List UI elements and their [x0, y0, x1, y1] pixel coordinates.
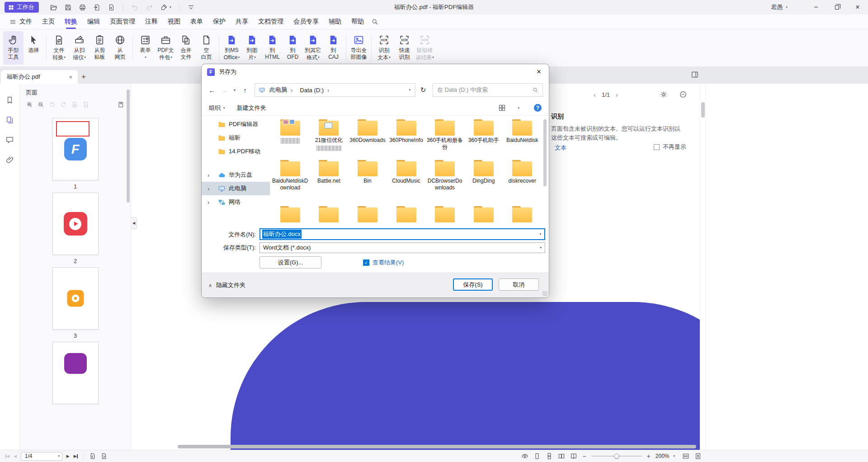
open-file-button[interactable]: [50, 4, 57, 11]
notification-next-icon[interactable]: ›: [616, 91, 618, 99]
file-item[interactable]: 360PhoneInfo: [387, 119, 425, 151]
chevron-right-icon[interactable]: ›: [208, 185, 209, 192]
first-page-button[interactable]: ◀: [5, 454, 9, 458]
ribbon-button-blank-page[interactable]: 空白页: [196, 31, 217, 65]
hide-folders-button[interactable]: ∧ 隐藏文件夹: [208, 281, 245, 289]
gear-icon[interactable]: [660, 90, 668, 99]
undo-button[interactable]: [131, 4, 139, 11]
zoom-out-icon[interactable]: [38, 101, 44, 108]
tree-item-foxit[interactable]: 福昕: [202, 131, 270, 145]
vertical-scrollbar[interactable]: [700, 84, 705, 450]
back-button[interactable]: ←: [208, 85, 217, 95]
file-item[interactable]: [426, 206, 464, 222]
file-item[interactable]: [310, 206, 348, 222]
menu-item-edit[interactable]: 编辑: [82, 14, 105, 29]
export-doc-button[interactable]: [93, 4, 101, 11]
last-page-button[interactable]: ▶: [74, 454, 78, 458]
menu-item-home[interactable]: 主页: [37, 14, 60, 29]
ribbon-button-from-scanner[interactable]: 从扫描仪▾: [69, 31, 90, 65]
save-button[interactable]: [64, 4, 72, 11]
checkbox-checked-icon[interactable]: ✓: [363, 259, 369, 266]
ribbon-button-ocr-suspects[interactable]: OCR疑似错误结果▾: [415, 31, 435, 65]
view-mode-icon[interactable]: [498, 104, 506, 112]
zoom-slider[interactable]: [591, 456, 642, 457]
resize-grip[interactable]: [542, 291, 547, 296]
ribbon-button-to-ms-office[interactable]: 到MSOffice▾: [222, 31, 242, 65]
tree-item-pdf-mobile[interactable]: 14.PDF移动: [202, 145, 270, 158]
ribbon-button-pdf-portfolio[interactable]: PDF文件包▾: [156, 31, 176, 65]
ribbon-button-to-other-format[interactable]: 到其它格式▾: [303, 31, 323, 65]
view-mode-caret-icon[interactable]: ▾: [518, 106, 519, 110]
zoom-level-combo[interactable]: 200% ▾: [656, 453, 677, 459]
menu-item-page-organize[interactable]: 页面管理: [105, 14, 140, 29]
filetype-combo[interactable]: Word文档 (*.docx) ▾: [259, 242, 545, 253]
search-box[interactable]: 在 Data (D:) 中搜索: [433, 83, 543, 97]
breadcrumb-data-drive[interactable]: Data (D:)›: [297, 84, 332, 96]
file-item[interactable]: [271, 206, 309, 222]
menu-item-form[interactable]: 表单: [185, 14, 208, 29]
menu-item-convert[interactable]: 转换: [60, 14, 82, 29]
menu-item-doc-manage[interactable]: 文档管理: [253, 14, 288, 29]
horizontal-scrollbar[interactable]: [178, 445, 696, 448]
file-item[interactable]: 360手机相册备份: [426, 119, 464, 151]
bookmarks-panel-button[interactable]: [5, 96, 14, 104]
menu-item-share[interactable]: 共享: [231, 14, 253, 29]
prev-page-button[interactable]: ◀: [14, 454, 17, 458]
comments-panel-button[interactable]: [5, 136, 14, 144]
previous-view-icon[interactable]: [89, 453, 96, 460]
ribbon-button-combine-files[interactable]: 合并文件: [176, 31, 196, 65]
file-item[interactable]: diskrecover: [503, 160, 541, 191]
view-result-checkbox[interactable]: ✓ 查看结果(V): [363, 259, 404, 267]
page-delete-icon[interactable]: [83, 101, 90, 108]
file-item[interactable]: 21微信优化: [310, 119, 348, 151]
rotate-right-icon[interactable]: [60, 101, 67, 108]
right-panel-toggle-icon[interactable]: [691, 71, 699, 79]
restore-button[interactable]: [826, 0, 847, 14]
help-icon[interactable]: ?: [534, 104, 542, 112]
pages-scrollbar[interactable]: [127, 90, 130, 203]
ribbon-button-to-ofd[interactable]: 到OFD: [283, 31, 303, 65]
fit-page-icon[interactable]: [694, 453, 702, 460]
redo-button[interactable]: [146, 4, 153, 11]
create-doc-button[interactable]: [108, 4, 115, 11]
ribbon-button-to-html[interactable]: 到HTML: [262, 31, 283, 65]
dropdown-caret-icon[interactable]: ▾: [170, 5, 171, 9]
dismiss-notification-checkbox[interactable]: 不再显示: [654, 143, 686, 151]
file-item[interactable]: Battle.net: [310, 160, 348, 191]
zoom-caret-icon[interactable]: ▾: [671, 454, 677, 458]
breadcrumb-this-pc[interactable]: 此电脑›: [266, 84, 296, 96]
up-button[interactable]: ↑: [241, 85, 250, 95]
recognize-text-link[interactable]: 文本: [555, 144, 566, 152]
tree-item-pdf-editor[interactable]: PDF编辑器: [202, 118, 270, 131]
filename-dropdown-icon[interactable]: ▾: [536, 232, 544, 236]
tree-item-network[interactable]: ›网络: [202, 195, 270, 209]
zoom-out-button[interactable]: −: [582, 453, 586, 460]
file-item[interactable]: [503, 206, 541, 222]
page-number-combo[interactable]: 1/4 ▾: [21, 452, 62, 461]
fit-width-icon[interactable]: [682, 453, 689, 460]
new-folder-button[interactable]: 新建文件夹: [237, 104, 266, 112]
new-tab-button[interactable]: +: [78, 70, 90, 84]
file-item[interactable]: BaiduNetdiskDownload: [271, 160, 309, 191]
menu-item-accessibility[interactable]: 辅助: [324, 14, 346, 29]
page-thumbnail-3[interactable]: 3: [52, 267, 99, 342]
page-thumbnail-2[interactable]: 2: [52, 193, 99, 267]
menu-item-view[interactable]: 视图: [163, 14, 185, 29]
ribbon-button-file-convert[interactable]: 文件转换▾: [49, 31, 69, 65]
ribbon-button-from-clipboard[interactable]: 从剪贴板: [90, 31, 110, 65]
organize-menu[interactable]: 组织▾: [209, 104, 225, 112]
recent-locations-caret-icon[interactable]: ▾: [232, 85, 237, 95]
ribbon-button-from-web[interactable]: 从网页: [110, 31, 130, 65]
combo-caret-icon[interactable]: ▾: [56, 454, 62, 458]
print-button[interactable]: [79, 4, 86, 11]
workbench-button[interactable]: 工作台: [5, 2, 39, 13]
ribbon-button-hand-tool[interactable]: 手型工具: [3, 31, 24, 65]
ribbon-button-form-create[interactable]: 表单▾: [135, 31, 156, 65]
forward-button[interactable]: →: [220, 85, 229, 95]
zoom-slider-knob[interactable]: [614, 454, 619, 459]
zoom-in-icon[interactable]: [26, 101, 33, 108]
menu-item-protect[interactable]: 保护: [208, 14, 231, 29]
tab-close-icon[interactable]: ×: [67, 73, 74, 81]
menu-item-file[interactable]: 文件: [5, 14, 37, 29]
menu-item-comment[interactable]: 注释: [140, 14, 163, 29]
